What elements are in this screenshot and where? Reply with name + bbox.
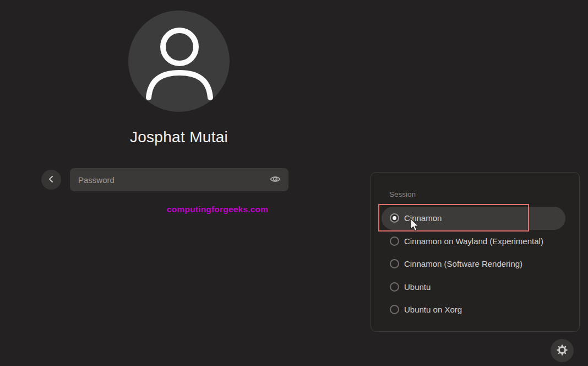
chevron-left-icon xyxy=(46,174,56,186)
session-panel-title: Session xyxy=(389,190,416,198)
radio-icon[interactable] xyxy=(390,282,399,292)
radio-icon[interactable] xyxy=(390,259,399,268)
back-button[interactable] xyxy=(41,170,61,190)
settings-button[interactable] xyxy=(551,339,574,362)
login-screen: Josphat Mutai computingforgeeks.com Sess… xyxy=(0,0,588,366)
session-option-4[interactable]: Ubuntu on Xorg xyxy=(382,298,565,321)
radio-icon[interactable] xyxy=(390,236,399,246)
password-input[interactable] xyxy=(70,175,266,185)
session-option-label: Cinnamon on Wayland (Experimental) xyxy=(404,236,543,246)
session-option-label: Cinnamon xyxy=(404,213,442,223)
session-option-label: Cinnamon (Software Rendering) xyxy=(404,259,522,268)
avatar xyxy=(128,10,230,112)
session-option-3[interactable]: Ubuntu xyxy=(382,276,565,299)
session-options: Cinnamon Cinnamon on Wayland (Experiment… xyxy=(382,207,565,321)
reveal-password-button[interactable] xyxy=(266,175,288,185)
user-name: Josphat Mutai xyxy=(69,128,289,146)
radio-icon[interactable] xyxy=(390,305,399,314)
session-option-label: Ubuntu on Xorg xyxy=(404,305,462,314)
gear-icon xyxy=(556,343,569,358)
watermark: computingforgeeks.com xyxy=(167,204,268,214)
session-option-0[interactable]: Cinnamon xyxy=(382,207,565,230)
session-option-2[interactable]: Cinnamon (Software Rendering) xyxy=(382,252,565,276)
session-option-label: Ubuntu xyxy=(404,282,431,292)
radio-icon[interactable] xyxy=(390,213,399,223)
session-panel: Session Cinnamon Cinnamon on Wayland (Ex… xyxy=(371,172,580,332)
session-option-1[interactable]: Cinnamon on Wayland (Experimental) xyxy=(382,230,565,253)
eye-icon xyxy=(270,175,281,185)
password-field xyxy=(70,168,288,191)
